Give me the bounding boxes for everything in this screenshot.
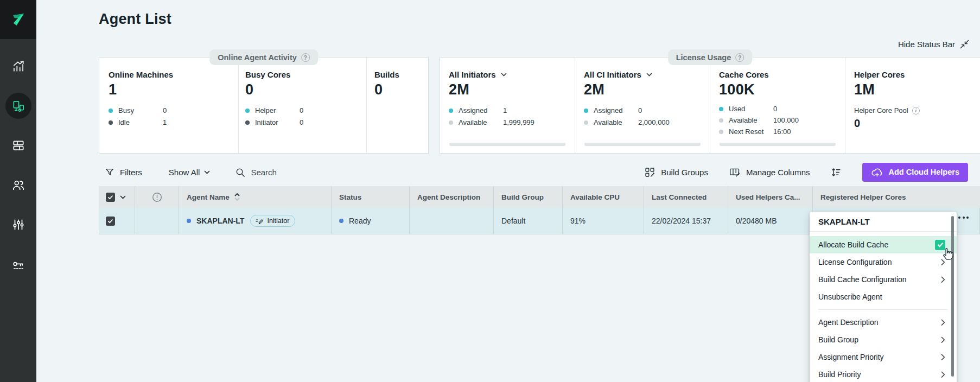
select-all-checkbox[interactable] <box>106 193 115 202</box>
helper-dot <box>245 109 250 113</box>
filters-label: Filters <box>120 168 142 177</box>
available-dot <box>719 118 723 123</box>
sidebar-item-analytics[interactable] <box>5 53 31 79</box>
sort-desc-icon <box>234 198 240 201</box>
online-machines-column: Online Machines 1 Busy 0 Idle 1 <box>99 58 238 153</box>
chevron-down-icon[interactable] <box>646 73 652 77</box>
search-button[interactable]: Search <box>235 167 277 177</box>
online-agent-activity-panel: Online Agent Activity ? Online Machines … <box>99 57 429 154</box>
menu-item-allocate-build-cache[interactable]: Allocate Build Cache <box>810 236 957 253</box>
cache-cores-progress <box>720 143 836 146</box>
show-all-dropdown[interactable]: Show All <box>169 168 211 177</box>
sort-agent-name-control[interactable] <box>234 193 240 201</box>
online-agent-activity-tab: Online Agent Activity ? <box>209 49 318 65</box>
status-bar: Online Agent Activity ? Online Machines … <box>99 57 980 154</box>
table-header: Agent Name Status Agent Description Buil… <box>99 186 980 208</box>
info-icon[interactable]: i <box>912 107 920 114</box>
agent-status-dot <box>187 219 191 223</box>
column-header-agent-description[interactable]: Agent Description <box>410 186 494 208</box>
chevron-right-icon <box>941 276 945 283</box>
menu-scrollbar[interactable] <box>951 216 954 377</box>
chevron-right-icon <box>941 259 945 266</box>
chevron-right-icon <box>941 336 945 343</box>
legend-available: Available 1,999,999 <box>449 118 575 126</box>
initiator-badge: Initiator <box>250 215 295 227</box>
legend-assigned: Assigned 0 <box>584 106 710 114</box>
helper-core-pool-label: Helper Core Pool <box>854 106 908 114</box>
all-initiators-title: All Initiators <box>449 70 496 79</box>
license-usage-label: License Usage <box>676 53 731 62</box>
assigned-dot <box>449 109 453 113</box>
menu-item-build-cache-configuration[interactable]: Build Cache Configuration <box>810 271 957 288</box>
sidebar-item-settings[interactable] <box>5 212 31 238</box>
sidebar <box>0 0 36 382</box>
search-icon <box>235 167 245 177</box>
initiator-icon <box>256 218 264 224</box>
select-all-chevron-icon[interactable] <box>120 195 126 199</box>
license-usage-panel: License Usage ? All Initiators 2M Assign… <box>440 57 980 154</box>
used-helpers-cache-cell: 0/20480 MB <box>728 208 813 234</box>
column-header-status[interactable]: Status <box>332 186 410 208</box>
menu-item-unsubscribe-agent[interactable]: Unsubscribe Agent <box>810 288 957 305</box>
add-cloud-helpers-button[interactable]: Add Cloud Helpers <box>862 163 968 182</box>
row-checkbox[interactable] <box>106 217 115 226</box>
menu-item-build-priority[interactable]: Build Priority <box>810 366 957 382</box>
sidebar-item-license[interactable] <box>5 251 31 277</box>
filter-icon <box>105 167 114 177</box>
agent-description-cell <box>410 208 494 234</box>
chevron-right-icon <box>941 319 945 326</box>
online-machines-value: 1 <box>109 81 238 98</box>
builds-title: Builds <box>374 70 428 79</box>
add-cloud-helpers-label: Add Cloud Helpers <box>888 168 959 176</box>
sidebar-item-dashboard[interactable] <box>5 132 31 158</box>
menu-item-build-group[interactable]: Build Group <box>810 331 957 348</box>
available-cpu-cell: 91% <box>563 208 644 234</box>
helper-core-pool-value: 0 <box>854 117 980 130</box>
hide-status-bar-button[interactable]: Hide Status Bar <box>898 40 969 49</box>
sort-button[interactable] <box>830 167 842 178</box>
allocate-build-cache-checkbox[interactable] <box>935 240 945 250</box>
filters-button[interactable]: Filters <box>105 167 142 177</box>
column-header-available-cpu[interactable]: Available CPU <box>563 186 644 208</box>
online-machines-title: Online Machines <box>109 70 238 79</box>
status-value: Ready <box>349 217 371 225</box>
build-groups-button[interactable]: Build Groups <box>644 167 708 178</box>
column-header-agent-name[interactable]: Agent Name <box>179 186 332 208</box>
legend-initiator: Initiator 0 <box>245 118 366 126</box>
column-header-registered-helper-cores[interactable]: Registered Helper Cores <box>813 186 980 208</box>
sidebar-item-agents[interactable] <box>5 93 31 119</box>
legend-helper: Helper 0 <box>245 106 366 114</box>
cloud-plus-icon <box>871 168 883 177</box>
check-icon <box>107 195 113 200</box>
chevron-down-icon[interactable] <box>501 73 507 77</box>
chevron-right-icon <box>941 371 945 378</box>
help-icon[interactable]: ? <box>301 53 310 62</box>
ready-status-dot <box>339 219 343 223</box>
legend-next-reset: Next Reset 16:00 <box>719 128 845 136</box>
page-title: Agent List <box>99 11 171 28</box>
cache-cores-column: Cache Cores 100K Used 0 Available 100,00… <box>710 58 845 153</box>
sidebar-item-users[interactable] <box>5 172 31 198</box>
manage-columns-label: Manage Columns <box>746 168 810 177</box>
row-context-menu: SKAPLAN-LT Allocate Build Cache License … <box>810 212 957 382</box>
collapse-icon <box>960 40 969 49</box>
help-icon[interactable]: ? <box>735 53 744 62</box>
menu-item-assignment-priority[interactable]: Assignment Priority <box>810 348 957 366</box>
menu-divider <box>818 309 948 310</box>
legend-available: Available 2,000,000 <box>584 118 710 126</box>
busy-dot <box>109 109 113 113</box>
menu-item-license-configuration[interactable]: License Configuration <box>810 253 957 271</box>
column-header-build-group[interactable]: Build Group <box>494 186 563 208</box>
build-groups-icon <box>644 167 656 178</box>
manage-columns-button[interactable]: Manage Columns <box>729 167 810 178</box>
hide-status-bar-label: Hide Status Bar <box>898 40 955 49</box>
row-more-button[interactable] <box>958 217 969 219</box>
column-header-last-connected[interactable]: Last Connected <box>644 186 728 208</box>
app-logo[interactable] <box>0 0 36 39</box>
check-icon <box>107 219 113 224</box>
column-header-used-helpers-cache[interactable]: Used Helpers Ca... <box>728 186 813 208</box>
legend-assigned: Assigned 1 <box>449 106 575 114</box>
builds-column: Builds 0 <box>366 58 428 153</box>
menu-item-agent-description[interactable]: Agent Description <box>810 314 957 331</box>
all-initiators-value: 2M <box>449 81 575 98</box>
